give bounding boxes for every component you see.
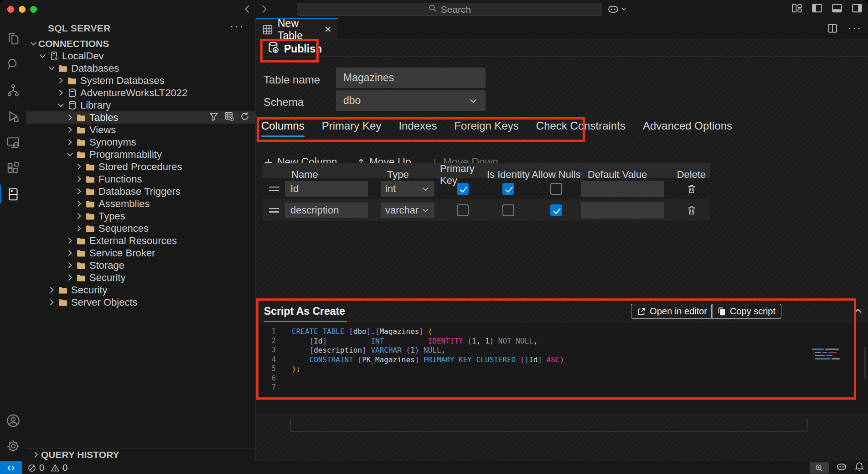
close-tab-icon[interactable]: × [325,22,331,36]
default-value-input[interactable] [581,202,664,219]
tree-item-adventureworkslt2022[interactable]: AdventureWorksLT2022 [26,87,255,99]
designer-tab-columns[interactable]: Columns [261,117,305,139]
is-identity-checkbox[interactable] [502,183,514,195]
tree-item-types[interactable]: Types [26,210,255,222]
script-code-editor[interactable]: 1CREATE TABLE [dbo].[Magazines] (2 [Id] … [256,323,868,413]
tree-item-external-resources[interactable]: External Resources [26,234,255,247]
minimize-window-button[interactable] [19,6,26,13]
tree-item-security[interactable]: Security [26,271,255,284]
column-name-input[interactable] [285,203,368,218]
split-editor-icon[interactable] [827,23,838,36]
tree-item-tables[interactable]: Tables [26,111,255,124]
tree-item-programmability[interactable]: Programmability [26,148,255,161]
drag-handle-icon[interactable] [269,187,279,191]
copilot-status-icon[interactable] [836,461,847,474]
chevron-right-icon[interactable] [56,76,66,86]
chevron-down-icon[interactable] [46,63,57,73]
toggle-panel-icon[interactable] [832,3,842,16]
delete-column-icon[interactable] [672,183,710,194]
chevron-down-icon[interactable] [28,39,38,49]
table-name-input[interactable] [336,68,486,88]
settings-gear-icon[interactable] [0,434,26,458]
query-history-section[interactable]: QUERY HISTORY [26,448,255,461]
designer-tab-check-constraints[interactable]: Check Constraints [536,117,625,139]
chevron-right-icon[interactable] [65,260,75,271]
primary-key-checkbox[interactable] [457,204,469,216]
chevron-right-icon[interactable] [65,236,75,246]
designer-tab-advanced-options[interactable]: Advanced Options [643,117,732,139]
designer-tab-foreign-keys[interactable]: Foreign Keys [454,117,518,139]
forward-arrow-icon[interactable] [259,4,270,16]
remote-explorer-icon[interactable] [0,130,26,154]
new-table-icon[interactable] [224,111,234,124]
tab-new-table[interactable]: New Table × [256,18,338,40]
chevron-right-icon[interactable] [74,187,84,197]
chevron-right-icon[interactable] [65,113,75,123]
chevron-right-icon[interactable] [74,211,84,221]
collapse-panel-icon[interactable] [852,306,863,318]
designer-tab-primary-key[interactable]: Primary Key [322,117,382,139]
chevron-right-icon[interactable] [46,297,57,307]
chevron-down-icon[interactable] [56,100,66,110]
tree-item-server-objects[interactable]: Server Objects [26,296,255,308]
chevron-right-icon[interactable] [74,224,84,234]
scrollbar[interactable] [864,347,866,379]
close-window-button[interactable] [7,6,14,13]
tree-item-sequences[interactable]: Sequences [26,222,255,234]
extensions-icon[interactable] [0,156,26,180]
chevron-right-icon[interactable] [46,285,57,295]
column-type-dropdown[interactable]: int [381,181,434,197]
back-arrow-icon[interactable] [242,4,253,16]
tree-item-functions[interactable]: Functions [26,173,255,185]
more-actions-icon[interactable]: ··· [848,23,862,36]
is-identity-checkbox[interactable] [502,204,514,216]
chevron-right-icon[interactable] [65,248,75,258]
refresh-icon[interactable] [240,111,250,124]
chevron-right-icon[interactable] [65,273,75,283]
chevron-right-icon[interactable] [74,174,84,184]
copy-script-button[interactable]: Copy script [711,304,781,319]
chevron-right-icon[interactable] [65,125,75,135]
primary-key-checkbox[interactable] [457,183,469,195]
chevron-down-icon[interactable] [65,150,75,160]
tree-item-views[interactable]: Views [26,124,255,136]
designer-tab-indexes[interactable]: Indexes [398,117,437,139]
script-panel-title[interactable]: Script As Create [264,305,345,318]
account-icon[interactable] [0,409,26,432]
chevron-right-icon[interactable] [74,199,84,209]
tree-item-stored-procedures[interactable]: Stored Procedures [26,161,255,173]
chevron-right-icon[interactable] [56,88,66,98]
problems-indicator[interactable]: 0 0 [27,461,67,474]
open-in-editor-button[interactable]: Open in editor [631,304,713,319]
column-type-dropdown[interactable]: varchar [381,203,434,218]
tree-item-localdev[interactable]: LocalDev [26,50,255,62]
default-value-input[interactable] [581,181,664,197]
tree-item-service-broker[interactable]: Service Broker [26,247,255,259]
tree-item-assemblies[interactable]: Assemblies [26,198,255,210]
schema-dropdown[interactable]: dbo [336,90,486,111]
tree-item-security[interactable]: Security [26,284,255,296]
tree-item-library[interactable]: Library [26,99,255,111]
delete-column-icon[interactable] [672,205,710,216]
zoom-in-status-icon[interactable] [810,462,829,474]
tree-item-system-databases[interactable]: System Databases [26,74,255,87]
notifications-bell-icon[interactable] [854,462,864,474]
customize-layout-icon[interactable] [791,3,802,16]
column-name-input[interactable] [285,181,368,197]
tree-item-connections[interactable]: CONNECTIONS [26,37,255,50]
drag-handle-icon[interactable] [269,208,279,213]
chevron-right-icon[interactable] [65,137,75,147]
zoom-window-button[interactable] [30,6,37,13]
toggle-secondary-sidebar-icon[interactable] [852,3,863,16]
remote-indicator[interactable] [0,461,22,474]
filter-icon[interactable] [209,111,219,124]
source-control-icon[interactable] [0,78,26,102]
allow-nulls-checkbox[interactable] [550,183,562,195]
tree-item-databases[interactable]: Databases [26,62,255,74]
tree-item-database-triggers[interactable]: Database Triggers [26,185,255,198]
command-center-search[interactable]: Search [297,3,602,16]
tree-item-storage[interactable]: Storage [26,259,255,271]
sql-server-view-icon[interactable] [0,182,26,206]
more-actions-icon[interactable]: ··· [230,19,244,33]
explorer-icon[interactable] [0,26,26,50]
